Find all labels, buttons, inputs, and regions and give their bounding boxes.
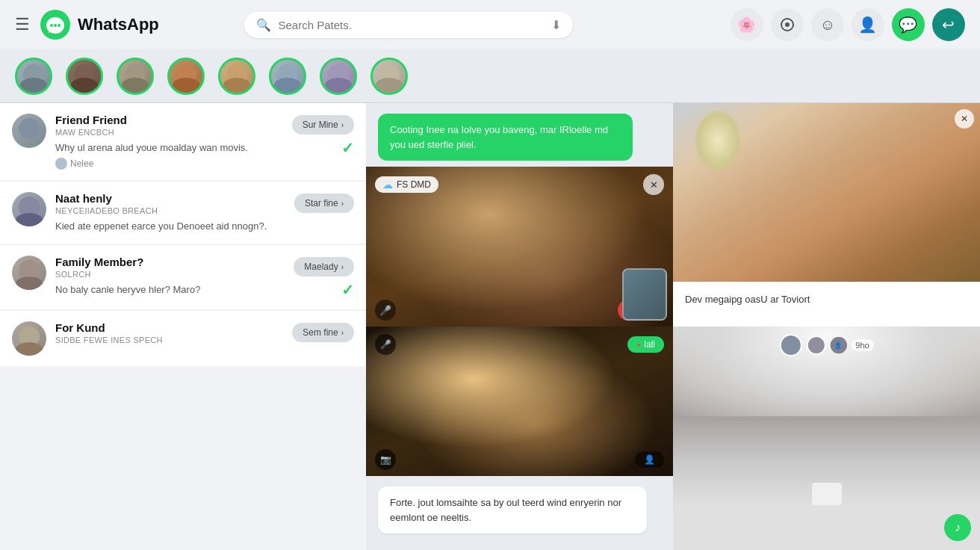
- more-button[interactable]: ↩: [932, 8, 965, 41]
- mini-video-bg: [624, 270, 666, 319]
- call-user-badge: 👤: [635, 451, 664, 468]
- video-call-2: 🎤 ● lall 📷 👤: [366, 327, 673, 476]
- call-camera-button[interactable]: 📷: [375, 449, 396, 470]
- main-layout: Friend Friend MAW ENCBCH Why ul arena al…: [0, 103, 980, 550]
- chat-action-btn-2[interactable]: Star fine ›: [294, 194, 354, 213]
- photo-caption-text: Dev megaipg oasU ar Toviort: [685, 294, 810, 305]
- chat-content-2: Naat henly NEYCEIIADEBO BREACH Kied ate …: [55, 192, 285, 233]
- chat-meta-4: Sem fine ›: [292, 323, 354, 342]
- whatsapp-logo: [40, 10, 70, 40]
- call-bottom-2: 📷 👤: [366, 443, 673, 476]
- lamp-decor: [695, 111, 740, 170]
- chat-avatar-3: [12, 256, 46, 290]
- svg-point-3: [54, 24, 57, 27]
- chat-avatar-2: [12, 192, 46, 226]
- story-7[interactable]: [320, 58, 357, 95]
- call-user-icon: 👤: [644, 454, 655, 465]
- story-6[interactable]: [269, 58, 306, 95]
- call-badge-text: FS DMD: [397, 179, 431, 190]
- download-icon[interactable]: ⬇: [551, 18, 561, 32]
- red-dot-icon: ●: [636, 342, 640, 348]
- call-action-buttons: 👤: [635, 451, 664, 468]
- channels-button[interactable]: ☺: [811, 8, 844, 41]
- hamburger-menu[interactable]: ☰: [15, 15, 30, 34]
- chat-content-3: Family Member? SOLRCH No baly canle hery…: [55, 256, 285, 297]
- chat-item-2[interactable]: Naat henly NEYCEIIADEBO BREACH Kied ate …: [0, 182, 366, 244]
- story-8[interactable]: [370, 58, 408, 95]
- chat-preview-3: No baly canle heryve hler? Maro?: [55, 283, 285, 297]
- video-overlay-top-1: ☁ FS DMD ✕: [366, 167, 673, 203]
- call-timer-badge: ☁ FS DMD: [375, 176, 438, 193]
- chat-action-label-3: Maelady: [304, 262, 338, 272]
- chat-item-4[interactable]: For Kund Sidbe fewe INES SPECH Sem fine …: [0, 311, 366, 366]
- cloud-icon: ☁: [382, 179, 393, 191]
- mic-button[interactable]: 🎤: [375, 300, 396, 321]
- story-1[interactable]: [15, 58, 52, 95]
- bottom-right-panel: 👤 9ho ♪: [673, 327, 980, 550]
- chat-action-label-4: Sem fine: [303, 327, 338, 338]
- chat-list: Friend Friend MAW ENCBCH Why ul arena al…: [0, 103, 366, 550]
- top-right-panel: ✕ Dev megaipg oasU ar Toviort: [673, 103, 980, 327]
- woman-photo: [673, 327, 980, 550]
- chat-subtitle-4: Sidbe fewe INES SPECH: [55, 336, 283, 344]
- top-left-panel: Cooting Inee na Iolve you baveng, mar IR…: [366, 103, 673, 327]
- photo-close-button[interactable]: ✕: [955, 109, 974, 129]
- logo-area: ☰ WhatsApp: [15, 10, 159, 40]
- top-right-photo: ✕: [673, 103, 980, 282]
- check-icon-1: ✓: [341, 139, 354, 157]
- sender-avatar-small-1: [55, 158, 67, 170]
- chevron-icon-2: ›: [341, 200, 344, 208]
- call-mic-button-2[interactable]: 🎤: [375, 334, 396, 355]
- chat-action-btn-3[interactable]: Maelady ›: [294, 257, 354, 276]
- bottom-left-message: Forte. jout lomsaihte sa by oul teerd wi…: [366, 476, 673, 550]
- svg-point-4: [58, 24, 61, 27]
- chat-subtitle-2: NEYCEIIADEBO BREACH: [55, 206, 285, 215]
- call-header-2: 🎤 ● lall: [366, 327, 673, 362]
- story-3[interactable]: [117, 58, 154, 95]
- chat-action-label-1: Sur Mine: [303, 120, 338, 130]
- chat-item-3[interactable]: Family Member? SOLRCH No baly canle hery…: [0, 245, 366, 309]
- chat-content-4: For Kund Sidbe fewe INES SPECH: [55, 321, 283, 349]
- chat-preview-2: Kied ate eppenet earce you Denoeet aid n…: [55, 220, 285, 233]
- chat-action-btn-4[interactable]: Sem fine ›: [292, 323, 354, 342]
- chat-meta-3: Maelady › ✓: [294, 257, 354, 299]
- story-4[interactable]: [167, 58, 205, 95]
- photo-message-text: Dev megaipg oasU ar Toviort: [673, 282, 980, 327]
- green-message-bubble: Cooting Inee na Iolve you baveng, mar IR…: [378, 114, 633, 161]
- music-button[interactable]: ♪: [944, 514, 971, 541]
- chat-name-4: For Kund: [55, 321, 283, 334]
- sender-name-1: Nelee: [55, 158, 283, 170]
- status-button[interactable]: [771, 8, 804, 41]
- search-input[interactable]: [279, 19, 544, 31]
- search-bar[interactable]: 🔍 ⬇: [244, 12, 573, 38]
- chevron-icon-3: ›: [341, 263, 344, 271]
- sender-label-1: Nelee: [70, 158, 93, 169]
- story-5[interactable]: [218, 58, 255, 95]
- green-message-text: Cooting Inee na Iolve you baveng, mar IR…: [390, 124, 608, 150]
- app-header: ☰ WhatsApp 🔍 ⬇ 🌸 ☺ 👤 💬 ↩: [0, 0, 980, 49]
- mini-video-1: [622, 268, 667, 321]
- chat-subtitle-3: SOLRCH: [55, 270, 285, 279]
- video-close-button[interactable]: ✕: [643, 174, 664, 195]
- bottom-left-panel: 🎤 ● lall 📷 👤: [366, 327, 673, 550]
- chat-preview-1: Why ul arena alud youe moalday wan movis…: [55, 141, 283, 155]
- user-count-badge: 9ho: [851, 339, 873, 351]
- chat-item-1[interactable]: Friend Friend MAW ENCBCH Why ul arena al…: [0, 103, 366, 180]
- header-actions: 🌸 ☺ 👤 💬 ↩: [731, 8, 965, 41]
- chats-button[interactable]: 💬: [892, 8, 925, 41]
- user-avatar-small-1: [779, 334, 801, 356]
- chat-action-btn-1[interactable]: Sur Mine ›: [292, 115, 354, 135]
- call-name-badge: ● lall: [627, 336, 664, 353]
- video-call-1: ☁ FS DMD ✕ 🎤 ● ●: [366, 167, 673, 327]
- community-button[interactable]: 🌸: [731, 8, 763, 41]
- cup-decor: [812, 483, 842, 505]
- user-placeholder-icon: 👤: [830, 337, 846, 353]
- chat-content-1: Friend Friend MAW ENCBCH Why ul arena al…: [55, 114, 283, 170]
- photo-person-1: [673, 103, 980, 282]
- contacts-button[interactable]: 👤: [852, 8, 884, 41]
- chat-name-2: Naat henly: [55, 192, 285, 205]
- story-2[interactable]: [66, 58, 103, 95]
- search-icon: 🔍: [256, 18, 271, 32]
- check-icon-3: ✓: [341, 281, 354, 299]
- chat-action-label-2: Star fine: [305, 198, 338, 208]
